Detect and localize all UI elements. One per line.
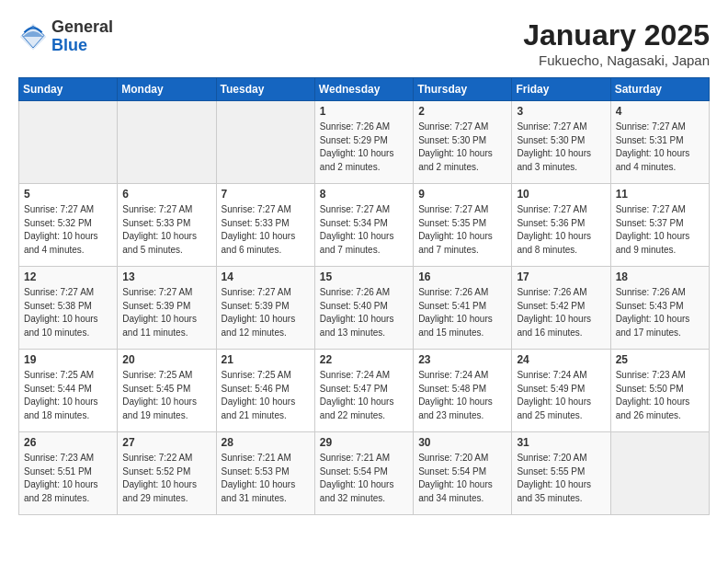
location: Fukuecho, Nagasaki, Japan xyxy=(523,52,710,68)
day-number: 25 xyxy=(616,353,704,366)
calendar-cell: 7Sunrise: 7:27 AMSunset: 5:33 PMDaylight… xyxy=(216,184,314,267)
cell-content: Sunrise: 7:27 AMSunset: 5:30 PMDaylight:… xyxy=(418,121,506,174)
calendar-table: SundayMondayTuesdayWednesdayThursdayFrid… xyxy=(18,77,710,515)
calendar-cell: 14Sunrise: 7:27 AMSunset: 5:39 PMDayligh… xyxy=(216,267,314,350)
cell-content: Sunrise: 7:26 AMSunset: 5:43 PMDaylight:… xyxy=(616,286,704,339)
day-number: 20 xyxy=(122,353,210,366)
calendar-cell: 2Sunrise: 7:27 AMSunset: 5:30 PMDaylight… xyxy=(414,101,512,184)
calendar-cell: 31Sunrise: 7:20 AMSunset: 5:55 PMDayligh… xyxy=(512,432,610,515)
day-number: 19 xyxy=(24,353,112,366)
calendar-header: SundayMondayTuesdayWednesdayThursdayFrid… xyxy=(19,78,710,101)
cell-content: Sunrise: 7:24 AMSunset: 5:49 PMDaylight:… xyxy=(517,369,605,422)
cell-content: Sunrise: 7:27 AMSunset: 5:39 PMDaylight:… xyxy=(222,286,310,339)
header-row: SundayMondayTuesdayWednesdayThursdayFrid… xyxy=(19,78,710,101)
cell-content: Sunrise: 7:26 AMSunset: 5:42 PMDaylight:… xyxy=(517,286,605,339)
calendar-cell: 10Sunrise: 7:27 AMSunset: 5:36 PMDayligh… xyxy=(512,184,610,267)
calendar-cell: 1Sunrise: 7:26 AMSunset: 5:29 PMDaylight… xyxy=(314,101,413,184)
week-row-2: 5Sunrise: 7:27 AMSunset: 5:32 PMDaylight… xyxy=(19,184,710,267)
calendar-cell: 21Sunrise: 7:25 AMSunset: 5:46 PMDayligh… xyxy=(216,350,314,432)
cell-content: Sunrise: 7:27 AMSunset: 5:30 PMDaylight:… xyxy=(517,121,605,174)
cell-content: Sunrise: 7:22 AMSunset: 5:52 PMDaylight:… xyxy=(122,452,210,505)
cell-content: Sunrise: 7:26 AMSunset: 5:40 PMDaylight:… xyxy=(320,286,408,339)
day-number: 10 xyxy=(517,188,605,201)
day-number: 7 xyxy=(222,188,310,201)
week-row-3: 12Sunrise: 7:27 AMSunset: 5:38 PMDayligh… xyxy=(19,267,710,350)
calendar-cell: 20Sunrise: 7:25 AMSunset: 5:45 PMDayligh… xyxy=(118,350,216,432)
cell-content: Sunrise: 7:21 AMSunset: 5:53 PMDaylight:… xyxy=(222,452,310,505)
logo-blue-text: Blue xyxy=(51,37,113,55)
week-row-4: 19Sunrise: 7:25 AMSunset: 5:44 PMDayligh… xyxy=(19,350,710,432)
day-number: 22 xyxy=(320,353,408,366)
day-number: 17 xyxy=(517,270,605,283)
day-number: 29 xyxy=(320,436,408,449)
day-number: 3 xyxy=(517,105,605,118)
header-sunday: Sunday xyxy=(19,78,118,101)
day-number: 1 xyxy=(320,105,408,118)
calendar-cell xyxy=(216,101,314,184)
calendar-cell: 30Sunrise: 7:20 AMSunset: 5:54 PMDayligh… xyxy=(414,432,512,515)
cell-content: Sunrise: 7:20 AMSunset: 5:54 PMDaylight:… xyxy=(418,452,506,505)
cell-content: Sunrise: 7:25 AMSunset: 5:45 PMDaylight:… xyxy=(122,369,210,422)
cell-content: Sunrise: 7:23 AMSunset: 5:50 PMDaylight:… xyxy=(616,369,704,422)
header-saturday: Saturday xyxy=(610,78,709,101)
calendar-cell: 27Sunrise: 7:22 AMSunset: 5:52 PMDayligh… xyxy=(118,432,216,515)
calendar-body: 1Sunrise: 7:26 AMSunset: 5:29 PMDaylight… xyxy=(19,101,710,515)
month-title: January 2025 xyxy=(523,18,710,52)
cell-content: Sunrise: 7:26 AMSunset: 5:41 PMDaylight:… xyxy=(418,286,506,339)
cell-content: Sunrise: 7:24 AMSunset: 5:47 PMDaylight:… xyxy=(320,369,408,422)
day-number: 13 xyxy=(122,270,210,283)
header-monday: Monday xyxy=(118,78,216,101)
day-number: 8 xyxy=(320,188,408,201)
calendar-cell: 12Sunrise: 7:27 AMSunset: 5:38 PMDayligh… xyxy=(19,267,118,350)
day-number: 23 xyxy=(418,353,506,366)
cell-content: Sunrise: 7:27 AMSunset: 5:37 PMDaylight:… xyxy=(616,203,704,257)
cell-content: Sunrise: 7:27 AMSunset: 5:38 PMDaylight:… xyxy=(24,286,112,339)
header-thursday: Thursday xyxy=(414,78,512,101)
title-block: January 2025 Fukuecho, Nagasaki, Japan xyxy=(523,18,710,68)
header-tuesday: Tuesday xyxy=(216,78,314,101)
calendar-cell: 11Sunrise: 7:27 AMSunset: 5:37 PMDayligh… xyxy=(610,184,709,267)
calendar-cell: 16Sunrise: 7:26 AMSunset: 5:41 PMDayligh… xyxy=(414,267,512,350)
calendar-cell xyxy=(610,432,709,515)
cell-content: Sunrise: 7:27 AMSunset: 5:32 PMDaylight:… xyxy=(24,203,112,257)
header-wednesday: Wednesday xyxy=(314,78,413,101)
day-number: 26 xyxy=(24,436,112,449)
calendar-cell: 6Sunrise: 7:27 AMSunset: 5:33 PMDaylight… xyxy=(118,184,216,267)
calendar-cell xyxy=(118,101,216,184)
cell-content: Sunrise: 7:26 AMSunset: 5:29 PMDaylight:… xyxy=(320,121,408,174)
day-number: 12 xyxy=(24,270,112,283)
day-number: 27 xyxy=(122,436,210,449)
cell-content: Sunrise: 7:27 AMSunset: 5:39 PMDaylight:… xyxy=(122,286,210,339)
cell-content: Sunrise: 7:25 AMSunset: 5:44 PMDaylight:… xyxy=(24,369,112,422)
day-number: 30 xyxy=(418,436,506,449)
day-number: 11 xyxy=(616,188,704,201)
calendar-cell: 24Sunrise: 7:24 AMSunset: 5:49 PMDayligh… xyxy=(512,350,610,432)
calendar-cell: 17Sunrise: 7:26 AMSunset: 5:42 PMDayligh… xyxy=(512,267,610,350)
calendar-cell: 22Sunrise: 7:24 AMSunset: 5:47 PMDayligh… xyxy=(314,350,413,432)
page-header: General Blue January 2025 Fukuecho, Naga… xyxy=(18,18,710,68)
cell-content: Sunrise: 7:21 AMSunset: 5:54 PMDaylight:… xyxy=(320,452,408,505)
calendar-cell: 18Sunrise: 7:26 AMSunset: 5:43 PMDayligh… xyxy=(610,267,709,350)
day-number: 28 xyxy=(222,436,310,449)
day-number: 14 xyxy=(222,270,310,283)
cell-content: Sunrise: 7:27 AMSunset: 5:33 PMDaylight:… xyxy=(122,203,210,257)
calendar-cell: 3Sunrise: 7:27 AMSunset: 5:30 PMDaylight… xyxy=(512,101,610,184)
day-number: 24 xyxy=(517,353,605,366)
cell-content: Sunrise: 7:27 AMSunset: 5:34 PMDaylight:… xyxy=(320,203,408,257)
logo-general-text: General xyxy=(51,18,113,37)
header-friday: Friday xyxy=(512,78,610,101)
day-number: 15 xyxy=(320,270,408,283)
cell-content: Sunrise: 7:25 AMSunset: 5:46 PMDaylight:… xyxy=(222,369,310,422)
cell-content: Sunrise: 7:20 AMSunset: 5:55 PMDaylight:… xyxy=(517,452,605,505)
calendar-cell: 25Sunrise: 7:23 AMSunset: 5:50 PMDayligh… xyxy=(610,350,709,432)
calendar-cell: 26Sunrise: 7:23 AMSunset: 5:51 PMDayligh… xyxy=(19,432,118,515)
calendar-cell: 8Sunrise: 7:27 AMSunset: 5:34 PMDaylight… xyxy=(314,184,413,267)
day-number: 4 xyxy=(616,105,704,118)
logo-icon xyxy=(18,22,48,52)
calendar-cell: 15Sunrise: 7:26 AMSunset: 5:40 PMDayligh… xyxy=(314,267,413,350)
calendar-cell: 5Sunrise: 7:27 AMSunset: 5:32 PMDaylight… xyxy=(19,184,118,267)
cell-content: Sunrise: 7:27 AMSunset: 5:33 PMDaylight:… xyxy=(222,203,310,257)
calendar-cell xyxy=(19,101,118,184)
calendar-cell: 4Sunrise: 7:27 AMSunset: 5:31 PMDaylight… xyxy=(610,101,709,184)
cell-content: Sunrise: 7:24 AMSunset: 5:48 PMDaylight:… xyxy=(418,369,506,422)
